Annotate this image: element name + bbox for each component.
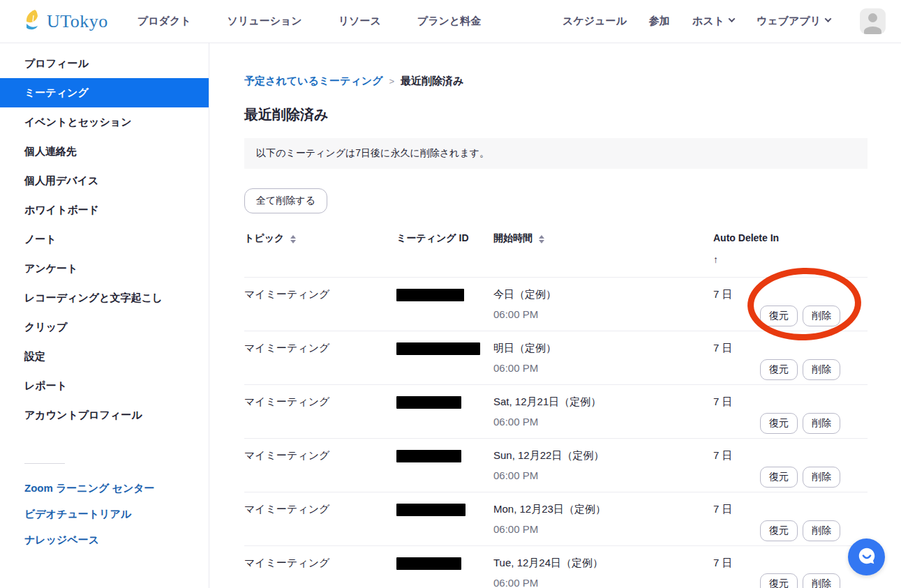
row-actions: 復元 削除 (760, 467, 840, 488)
row-actions: 復元 削除 (760, 573, 840, 588)
table-row: マイミーティング Tue, 12月24日（定例） 06:00 PM 7 日 復元… (244, 545, 868, 588)
page-title: 最近削除済み (244, 105, 868, 124)
join-button[interactable]: 参加 (649, 15, 670, 28)
meeting-time: 06:00 PM (493, 362, 556, 374)
column-header-topic: トピック (244, 232, 284, 245)
meeting-topic: マイミーティング (244, 288, 329, 301)
nav-products[interactable]: プロダクト (137, 15, 191, 28)
sidebar-item-whiteboard[interactable]: ホワイトボード (0, 195, 209, 225)
host-dropdown[interactable]: ホスト (692, 15, 734, 28)
schedule-button[interactable]: スケジュール (563, 15, 627, 28)
chat-bubble-icon (856, 545, 877, 569)
link-video-tutorials[interactable]: ビデオチュートリアル (0, 501, 209, 527)
column-header-meeting-id: ミーティング ID (396, 232, 469, 243)
row-actions: 復元 削除 (760, 520, 840, 541)
restore-button[interactable]: 復元 (760, 359, 798, 380)
nav-solutions[interactable]: ソリューション (228, 15, 302, 28)
row-actions: 復元 削除 (760, 359, 840, 380)
sidebar-item-surveys[interactable]: アンケート (0, 254, 209, 283)
restore-button[interactable]: 復元 (760, 520, 798, 541)
sidebar-item-settings[interactable]: 設定 (0, 342, 209, 371)
sidebar-footer-links: Zoom ラーニング センター ビデオチュートリアル ナレッジベース (0, 475, 209, 552)
main-content: 予定されているミーティング > 最近削除済み 最近削除済み 以下のミーティングは… (209, 43, 901, 588)
restore-button[interactable]: 復元 (760, 413, 798, 434)
zoom-web-portal: { "colors": { "accent_blue": "#0E72ED", … (0, 0, 901, 588)
meeting-time: 06:00 PM (493, 308, 556, 320)
user-avatar[interactable] (860, 8, 886, 34)
breadcrumb-separator: > (389, 76, 395, 86)
nav-resources[interactable]: リソース (338, 15, 381, 28)
delete-button[interactable]: 削除 (803, 359, 840, 380)
chevron-down-icon (825, 15, 832, 22)
sort-icon[interactable] (539, 235, 544, 243)
breadcrumb: 予定されているミーティング > 最近削除済み (244, 75, 868, 88)
delete-all-button[interactable]: 全て削除する (244, 188, 327, 213)
redacted-meeting-id (396, 396, 461, 409)
webapp-dropdown-label: ウェブアプリ (757, 15, 821, 28)
delete-button[interactable]: 削除 (803, 467, 840, 488)
meeting-topic: マイミーティング (244, 557, 329, 570)
meeting-date: Tue, 12月24日（定例） (493, 557, 603, 570)
table-header-row: トピック ミーティング ID 開始時間 Auto Delete In ↑ (244, 232, 868, 277)
restore-button[interactable]: 復元 (760, 573, 798, 588)
chevron-down-icon (728, 15, 735, 22)
sidebar-item-personal-devices[interactable]: 個人用デバイス (0, 166, 209, 195)
sidebar: プロフィール ミーティング イベントとセッション 個人連絡先 個人用デバイス ホ… (0, 43, 209, 588)
delete-button[interactable]: 削除 (803, 413, 840, 434)
breadcrumb-upcoming-meetings-link[interactable]: 予定されているミーティング (244, 75, 383, 88)
top-header: UTokyo プロダクト ソリューション リソース プランと料金 スケジュール … (0, 0, 901, 43)
redacted-meeting-id (396, 504, 466, 516)
redacted-meeting-id (396, 289, 464, 301)
sort-icon[interactable] (290, 235, 296, 243)
top-navigation: プロダクト ソリューション リソース プランと料金 (137, 15, 481, 28)
column-header-auto-delete-in: Auto Delete In (713, 232, 779, 243)
sidebar-item-clips[interactable]: クリップ (0, 312, 209, 342)
sidebar-item-events-sessions[interactable]: イベントとセッション (0, 107, 209, 137)
meeting-date: Mon, 12月23日（定例） (493, 503, 606, 516)
retention-notice: 以下のミーティングは7日後に永久に削除されます。 (244, 138, 868, 169)
meeting-date: Sun, 12月22日（定例） (493, 449, 604, 462)
sidebar-item-meetings[interactable]: ミーティング (0, 78, 209, 107)
meeting-date: Sat, 12月21日（定例） (493, 395, 601, 409)
meeting-time: 06:00 PM (493, 577, 603, 588)
column-header-start-time: 開始時間 (493, 232, 533, 245)
meeting-topic: マイミーティング (244, 449, 329, 462)
table-row: マイミーティング Sun, 12月22日（定例） 06:00 PM 7 日 復元… (244, 438, 868, 492)
sort-ascending-arrow-icon[interactable]: ↑ (713, 254, 868, 265)
meeting-topic: マイミーティング (244, 342, 329, 355)
row-actions: 復元 削除 (760, 413, 840, 434)
webapp-dropdown[interactable]: ウェブアプリ (757, 15, 831, 28)
sidebar-divider (24, 463, 65, 464)
link-knowledge-base[interactable]: ナレッジベース (0, 527, 209, 552)
meeting-time: 06:00 PM (493, 523, 606, 535)
auto-delete-value: 7 日 (713, 342, 733, 354)
host-dropdown-label: ホスト (692, 15, 724, 28)
sidebar-item-recordings-transcripts[interactable]: レコーディングと文字起こし (0, 283, 209, 312)
utokyo-logo[interactable]: UTokyo (24, 9, 108, 34)
delete-button[interactable]: 削除 (803, 306, 840, 326)
meeting-topic: マイミーティング (244, 503, 329, 516)
avatar-person-icon (868, 13, 877, 22)
meeting-date: 明日（定例） (493, 342, 556, 355)
sidebar-item-profile[interactable]: プロフィール (0, 49, 209, 78)
sidebar-item-reports[interactable]: レポート (0, 371, 209, 400)
sidebar-item-personal-contacts[interactable]: 個人連絡先 (0, 137, 209, 166)
chat-launcher-button[interactable] (848, 538, 885, 575)
top-actions: スケジュール 参加 ホスト ウェブアプリ (563, 8, 886, 34)
sidebar-item-notes[interactable]: ノート (0, 225, 209, 254)
restore-button[interactable]: 復元 (760, 467, 798, 488)
meeting-topic: マイミーティング (244, 395, 329, 409)
link-learning-center[interactable]: Zoom ラーニング センター (0, 475, 209, 501)
auto-delete-value: 7 日 (713, 503, 733, 515)
redacted-meeting-id (396, 557, 461, 570)
delete-button[interactable]: 削除 (803, 573, 840, 588)
delete-button[interactable]: 削除 (803, 520, 840, 541)
table-row: マイミーティング Sat, 12月21日（定例） 06:00 PM 7 日 復元… (244, 384, 868, 438)
row-actions: 復元 削除 (760, 306, 840, 326)
meeting-time: 06:00 PM (493, 416, 601, 428)
restore-button[interactable]: 復元 (760, 306, 798, 326)
auto-delete-value: 7 日 (713, 557, 733, 568)
table-row: マイミーティング 今日（定例） 06:00 PM 7 日 復元 削除 (244, 277, 868, 331)
nav-plans-pricing[interactable]: プランと料金 (417, 15, 481, 28)
sidebar-item-account-profile[interactable]: アカウントプロフィール (0, 400, 209, 430)
